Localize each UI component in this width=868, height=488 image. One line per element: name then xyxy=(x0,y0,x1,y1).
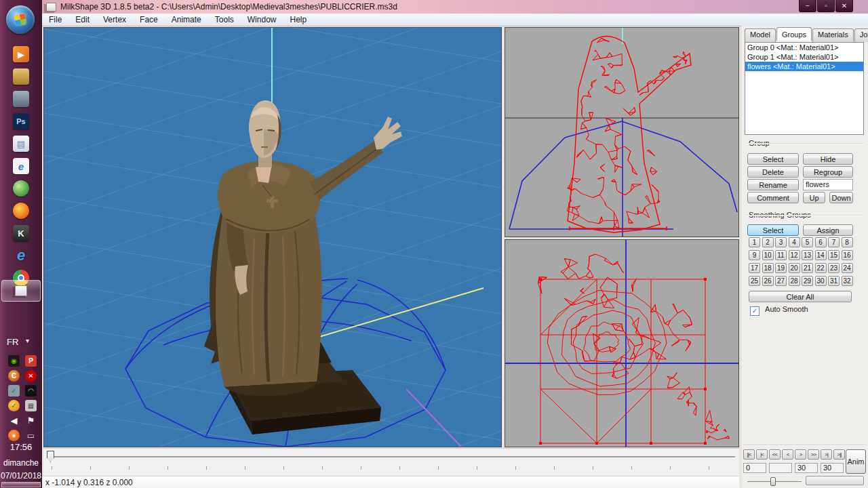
flag-icon[interactable]: ⚑ xyxy=(25,415,37,426)
show-desktop-button[interactable] xyxy=(1,482,41,487)
smoothing-group-19-button[interactable]: 19 xyxy=(775,263,787,273)
group-regroup-button[interactable]: Regroup xyxy=(803,166,853,178)
minimize-button[interactable]: − xyxy=(799,0,816,12)
ie-white-icon[interactable]: e xyxy=(13,158,29,174)
menu-help[interactable]: Help xyxy=(283,15,313,24)
group-hide-button[interactable]: Hide xyxy=(803,153,853,165)
transport-button-4[interactable]: > xyxy=(795,449,806,460)
smoothing-group-24-button[interactable]: 24 xyxy=(842,263,853,273)
group-list-item[interactable]: flowers <Mat.: Material01> xyxy=(745,62,863,71)
close-button[interactable]: ✕ xyxy=(835,0,853,12)
smoothing-group-8-button[interactable]: 8 xyxy=(842,237,853,247)
globe-icon[interactable] xyxy=(13,180,29,197)
smoothing-group-11-button[interactable]: 11 xyxy=(775,250,787,260)
menu-animate[interactable]: Animate xyxy=(165,15,208,24)
smoothing-group-13-button[interactable]: 13 xyxy=(802,250,813,260)
group-comment-button[interactable]: Comment xyxy=(747,192,799,203)
timeline-track[interactable] xyxy=(49,456,735,458)
title-bar[interactable]: MilkShape 3D 1.8.5 beta2 - C:\Users\Admi… xyxy=(42,0,868,14)
milkshape-taskbar-button[interactable] xyxy=(1,280,41,302)
tab-materials[interactable]: Materials xyxy=(812,28,854,42)
smoothing-group-26-button[interactable]: 26 xyxy=(762,276,774,286)
smoothing-group-4-button[interactable]: 4 xyxy=(789,237,800,247)
ccleaner-icon[interactable]: C xyxy=(8,370,20,382)
auto-smooth-checkbox[interactable]: ✓ xyxy=(750,306,760,316)
smoothing-group-15-button[interactable]: 15 xyxy=(828,250,840,260)
anim-total-field[interactable]: 30 xyxy=(821,463,844,473)
klite-icon[interactable]: K xyxy=(13,225,29,241)
tray-expander-icon[interactable]: ▾ xyxy=(26,337,29,344)
speaker-icon[interactable]: ◀ xyxy=(8,415,20,426)
group-list-item[interactable]: Group 1 <Mat.: Material01> xyxy=(745,52,863,62)
auto-smooth-row[interactable]: ✓ Auto Smooth xyxy=(750,305,808,316)
transport-button-0[interactable]: ||< xyxy=(743,449,755,460)
smoothing-group-2-button[interactable]: 2 xyxy=(762,237,774,247)
explorer-icon[interactable] xyxy=(13,68,29,85)
smoothing-group-17-button[interactable]: 17 xyxy=(749,263,760,273)
anim-end-field[interactable]: 30 xyxy=(795,463,818,473)
display-icon[interactable] xyxy=(13,91,29,107)
group-delete-button[interactable]: Delete xyxy=(747,166,799,178)
firefox-icon[interactable] xyxy=(13,203,29,219)
smoothing-select-button[interactable]: Select xyxy=(747,224,799,236)
smoothing-group-25-button[interactable]: 25 xyxy=(749,276,760,286)
transport-button-6[interactable]: >| xyxy=(821,449,832,460)
usb-icon[interactable]: ✓ xyxy=(8,385,20,396)
smoothing-group-14-button[interactable]: 14 xyxy=(815,250,827,260)
menu-vertex[interactable]: Vertex xyxy=(96,15,133,24)
rename-input[interactable]: flowers xyxy=(803,179,853,190)
smoothing-group-5-button[interactable]: 5 xyxy=(802,237,813,247)
smoothing-group-12-button[interactable]: 12 xyxy=(789,250,800,260)
statue-model[interactable] xyxy=(204,100,402,434)
smoothing-assign-button[interactable]: Assign xyxy=(803,224,853,236)
timeline-thumb[interactable] xyxy=(47,451,54,462)
smoothing-group-16-button[interactable]: 16 xyxy=(842,250,853,260)
viewport-top-wireframe[interactable] xyxy=(505,239,739,447)
smoothing-group-7-button[interactable]: 7 xyxy=(828,237,840,247)
group-select-button[interactable]: Select xyxy=(747,153,799,165)
viewport-perspective[interactable] xyxy=(43,27,502,447)
menu-edit[interactable]: Edit xyxy=(68,15,96,24)
smoothing-group-29-button[interactable]: 29 xyxy=(802,276,813,286)
group-rename-button[interactable]: Rename xyxy=(747,179,799,190)
smoothing-group-1-button[interactable]: 1 xyxy=(749,237,760,247)
smoothing-group-22-button[interactable]: 22 xyxy=(815,263,827,273)
network-icon[interactable]: ▭ xyxy=(25,430,37,441)
smoothing-group-30-button[interactable]: 30 xyxy=(815,276,827,286)
smoothing-group-20-button[interactable]: 20 xyxy=(789,263,800,273)
keyframe-timeline[interactable] xyxy=(43,448,739,476)
tab-model[interactable]: Model xyxy=(745,28,776,42)
keyboard-icon[interactable]: ▦ xyxy=(25,400,37,411)
c-check-icon[interactable]: ✓ xyxy=(8,400,20,411)
blocked-icon[interactable]: ✕ xyxy=(25,370,37,382)
menu-face[interactable]: Face xyxy=(133,15,165,24)
smoothing-group-23-button[interactable]: 23 xyxy=(828,263,840,273)
language-indicator[interactable]: FR xyxy=(7,337,18,347)
group-list-item[interactable]: Group 0 <Mat.: Material01> xyxy=(745,43,863,52)
tab-groups[interactable]: Groups xyxy=(776,27,812,41)
transport-button-1[interactable]: |< xyxy=(756,449,768,460)
smoothing-group-10-button[interactable]: 10 xyxy=(762,250,774,260)
menu-file[interactable]: File xyxy=(42,15,68,24)
anim-blank-field[interactable] xyxy=(769,463,792,473)
clock-time[interactable]: 17:56 xyxy=(0,442,42,452)
ie-icon[interactable]: e xyxy=(13,247,29,264)
restore-button[interactable]: ▫ xyxy=(817,0,835,12)
anim-toggle-button[interactable]: Anim xyxy=(846,449,866,474)
smoothing-group-18-button[interactable]: 18 xyxy=(762,263,774,273)
media-player-icon[interactable]: ▶ xyxy=(13,46,29,62)
smoothing-group-28-button[interactable]: 28 xyxy=(789,276,800,286)
blank-wide-button[interactable] xyxy=(806,476,864,485)
transport-button-7[interactable]: >|| xyxy=(833,449,845,460)
tab-joints[interactable]: Joints xyxy=(854,28,868,42)
start-button[interactable] xyxy=(6,5,35,34)
groups-list[interactable]: Group 0 <Mat.: Material01>Group 1 <Mat.:… xyxy=(745,42,864,135)
smoothing-group-9-button[interactable]: 9 xyxy=(749,250,760,260)
smoothing-group-27-button[interactable]: 27 xyxy=(775,276,787,286)
smoothing-group-6-button[interactable]: 6 xyxy=(815,237,827,247)
clear-all-button[interactable]: Clear All xyxy=(749,291,852,302)
smoothing-group-31-button[interactable]: 31 xyxy=(828,276,840,286)
anim-start-field[interactable]: 0 xyxy=(743,463,766,473)
group-up-button[interactable]: Up xyxy=(803,192,825,203)
notepad-icon[interactable]: ▤ xyxy=(13,136,29,152)
